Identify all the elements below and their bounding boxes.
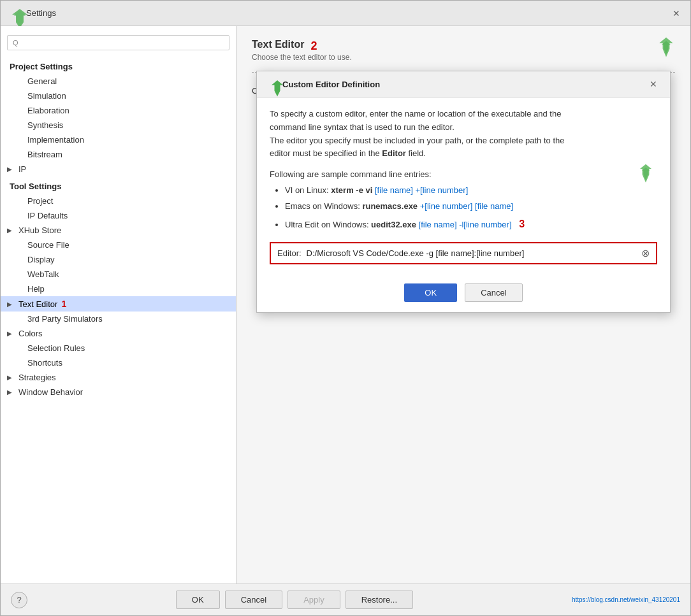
sidebar-item-label: IP <box>18 164 26 174</box>
dialog-title-bar: Custom Editor Definition ✕ <box>257 71 670 97</box>
sidebar-item-label: Selection Rules <box>27 343 85 353</box>
sidebar-item-elaboration[interactable]: Elaboration <box>1 103 236 118</box>
sidebar-item-colors[interactable]: ▶ Colors <box>1 326 236 341</box>
search-box[interactable]: Q <box>7 35 229 50</box>
window-title: Settings <box>26 8 670 18</box>
chevron-right-icon: ▶ <box>7 374 15 381</box>
sidebar-item-label: Elaboration <box>27 106 69 115</box>
sidebar-item-label: General <box>27 76 57 86</box>
samples-title: Following are sample command line entrie… <box>270 169 657 179</box>
sidebar-item-label: Simulation <box>27 91 66 101</box>
dialog-ok-button[interactable]: OK <box>404 283 457 302</box>
sample-uedit-bold: uedit32.exe <box>371 220 416 229</box>
sidebar-item-help[interactable]: Help <box>1 282 236 296</box>
sidebar-item-shortcuts[interactable]: Shortcuts <box>1 355 236 370</box>
step-badge-2: 2 <box>310 39 317 53</box>
dialog-desc-2: command line syntax that is used to run … <box>270 122 455 132</box>
cancel-button[interactable]: Cancel <box>225 591 282 609</box>
sidebar-item-label: Strategies <box>18 373 56 382</box>
sidebar-item-window-behavior[interactable]: ▶ Window Behavior <box>1 385 236 399</box>
chevron-right-icon: ▶ <box>7 389 15 396</box>
title-bar: Settings ✕ <box>1 1 690 26</box>
editor-field-label: Editor: <box>277 248 302 258</box>
tool-settings-header: Tool Settings <box>1 176 236 194</box>
sidebar-item-simulation[interactable]: Simulation <box>1 89 236 103</box>
sample-emacs-bold: runemacs.exe <box>362 201 418 211</box>
sidebar-item-label: Project <box>27 196 53 206</box>
sample-emacs-blue: +[line number] [file name] <box>418 201 513 211</box>
sidebar-item-label: Text Editor <box>18 299 57 309</box>
sidebar-item-label: Window Behavior <box>18 387 83 397</box>
sidebar-item-label: Shortcuts <box>27 358 62 368</box>
sidebar-item-project[interactable]: Project <box>1 194 236 208</box>
sidebar-item-text-editor[interactable]: ▶ Text Editor 1 <box>1 296 236 312</box>
sidebar: Q Project Settings General Simulation El… <box>1 26 236 584</box>
vivado-logo-icon <box>8 7 21 20</box>
close-button[interactable]: ✕ <box>670 7 683 20</box>
dialog-desc-4-prefix: editor must be specified in the <box>270 148 382 158</box>
sample-item-uedit: Ultra Edit on Windows: uedit32.exe [file… <box>285 216 657 233</box>
sidebar-item-ip[interactable]: ▶ IP <box>1 162 236 176</box>
chevron-right-icon: ▶ <box>7 330 15 337</box>
ok-button[interactable]: OK <box>176 591 220 609</box>
sidebar-item-label: Bitstream <box>27 150 62 159</box>
editor-field-input[interactable] <box>307 248 637 258</box>
sidebar-item-label: Synthesis <box>27 120 63 130</box>
sidebar-item-label: XHub Store <box>18 226 61 235</box>
sidebar-item-label: Implementation <box>27 135 84 145</box>
chevron-right-icon: ▶ <box>7 301 15 308</box>
dialog-body: To specify a custom editor, enter the na… <box>257 97 670 275</box>
sidebar-item-synthesis[interactable]: Synthesis <box>1 118 236 133</box>
sidebar-item-3rd-party[interactable]: 3rd Party Simulators <box>1 312 236 326</box>
sample-vi-prefix: VI on Linux: <box>285 185 331 195</box>
dialog-desc-4-bold: Editor <box>382 148 406 158</box>
panel-subtitle: Choose the text editor to use. <box>252 53 675 62</box>
url-bar: https://blog.csdn.net/weixin_43120201 <box>572 596 680 603</box>
sample-item-vi: VI on Linux: xterm -e vi [file name] +[l… <box>285 184 657 197</box>
sidebar-item-strategies[interactable]: ▶ Strategies <box>1 370 236 385</box>
chevron-right-icon: ▶ <box>7 227 15 234</box>
sidebar-item-label: Help <box>27 284 45 294</box>
project-settings-header: Project Settings <box>1 57 236 74</box>
sidebar-item-implementation[interactable]: Implementation <box>1 133 236 147</box>
apply-button[interactable]: Apply <box>287 591 340 609</box>
dialog-logo-icon <box>266 78 277 90</box>
sidebar-item-general[interactable]: General <box>1 74 236 89</box>
panel-title: Text Editor <box>252 39 304 50</box>
restore-button[interactable]: Restore... <box>346 591 413 609</box>
dialog-desc-3: The editor you specify must be included … <box>270 136 565 145</box>
dialog-vivado-logo <box>634 163 657 188</box>
step-badge-1: 1 <box>61 299 66 309</box>
sample-uedit-prefix: Ultra Edit on Windows: <box>285 220 371 229</box>
sidebar-item-source-file[interactable]: Source File <box>1 238 236 252</box>
sidebar-item-display[interactable]: Display <box>1 252 236 267</box>
sidebar-item-label: Display <box>27 255 55 264</box>
sidebar-item-label: WebTalk <box>27 269 59 279</box>
sidebar-item-xhub-store[interactable]: ▶ XHub Store <box>1 223 236 238</box>
help-button[interactable]: ? <box>11 592 27 608</box>
sidebar-item-selection-rules[interactable]: Selection Rules <box>1 341 236 355</box>
sidebar-item-label: Source File <box>27 240 69 250</box>
panel-logo-icon <box>655 36 678 59</box>
dialog-close-button[interactable]: ✕ <box>646 78 661 90</box>
custom-editor-dialog: Custom Editor Definition ✕ To specify a … <box>256 71 671 313</box>
dialog-desc-4-suffix: field. <box>406 148 426 158</box>
editor-field-row: Editor: ⊗ <box>270 242 657 264</box>
search-icon: Q <box>13 39 18 47</box>
dialog-buttons: OK Cancel <box>257 275 670 312</box>
step-badge-3: 3 <box>519 218 525 229</box>
main-content: Q Project Settings General Simulation El… <box>1 26 690 584</box>
samples-list: VI on Linux: xterm -e vi [file name] +[l… <box>270 184 657 232</box>
sidebar-item-webtalk[interactable]: WebTalk <box>1 267 236 282</box>
clear-editor-icon[interactable]: ⊗ <box>641 247 650 259</box>
sample-item-emacs: Emacs on Windows: runemacs.exe +[line nu… <box>285 200 657 213</box>
sidebar-item-bitstream[interactable]: Bitstream <box>1 147 236 162</box>
dialog-cancel-button[interactable]: Cancel <box>465 283 522 302</box>
dialog-overlay: Custom Editor Definition ✕ To specify a … <box>243 71 684 577</box>
sidebar-item-ip-defaults[interactable]: IP Defaults <box>1 208 236 223</box>
search-input[interactable] <box>21 38 224 47</box>
sample-vi-bold: xterm -e vi <box>331 185 372 195</box>
dialog-desc-1: To specify a custom editor, enter the na… <box>270 109 561 118</box>
settings-window: Settings ✕ Q Project Settings General Si… <box>0 0 691 616</box>
right-panel: Text Editor 2 Choose the text editor to … <box>236 26 690 584</box>
